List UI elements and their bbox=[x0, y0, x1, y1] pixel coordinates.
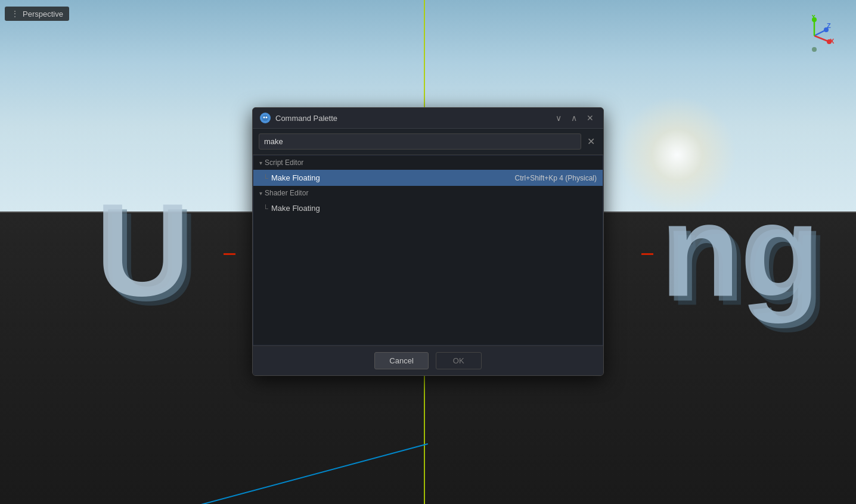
search-clear-button[interactable]: ✕ bbox=[585, 136, 597, 148]
item-label-shader-make-floating: Make Floating bbox=[271, 204, 320, 213]
close-button[interactable]: ✕ bbox=[584, 113, 596, 123]
titlebar-left: Command Palette bbox=[260, 113, 337, 123]
command-palette-dialog: Command Palette ∨ ∧ ✕ ✕ ▾ Script Editor bbox=[252, 107, 604, 376]
cancel-button[interactable]: Cancel bbox=[374, 352, 428, 369]
titlebar-controls: ∨ ∧ ✕ bbox=[553, 113, 596, 123]
dialog-footer: Cancel OK bbox=[253, 346, 603, 375]
category-shader-editor: ▾ Shader Editor bbox=[253, 186, 603, 200]
svg-point-11 bbox=[263, 117, 265, 119]
dialog-titlebar: Command Palette ∨ ∧ ✕ bbox=[253, 108, 603, 129]
3d-viewport[interactable]: U ng ⋮ Perspective Y Z X bbox=[0, 0, 856, 504]
category-arrow-script: ▾ bbox=[259, 160, 262, 166]
maximize-button[interactable]: ∧ bbox=[569, 113, 579, 123]
search-input[interactable] bbox=[259, 133, 581, 150]
item-label-script-make-floating: Make Floating bbox=[271, 173, 320, 182]
ok-button[interactable]: OK bbox=[436, 352, 482, 369]
search-row: ✕ bbox=[253, 129, 603, 155]
command-list[interactable]: ▾ Script Editor Make Floating Ctrl+Shift… bbox=[253, 155, 603, 346]
minimize-button[interactable]: ∨ bbox=[553, 113, 564, 123]
godot-icon bbox=[260, 113, 271, 123]
item-shortcut-script-make-floating: Ctrl+Shift+Kp 4 (Physical) bbox=[515, 174, 597, 182]
dialog-overlay: Command Palette ∨ ∧ ✕ ✕ ▾ Script Editor bbox=[0, 0, 856, 504]
category-label-script: Script Editor bbox=[265, 158, 303, 167]
category-arrow-shader: ▾ bbox=[259, 190, 262, 197]
dialog-title: Command Palette bbox=[275, 114, 337, 123]
category-script-editor: ▾ Script Editor bbox=[253, 155, 603, 170]
svg-point-10 bbox=[262, 114, 269, 122]
list-item-shader-make-floating[interactable]: Make Floating bbox=[253, 200, 603, 216]
list-item-script-make-floating[interactable]: Make Floating Ctrl+Shift+Kp 4 (Physical) bbox=[253, 170, 603, 186]
svg-point-12 bbox=[266, 117, 268, 119]
category-label-shader: Shader Editor bbox=[265, 189, 308, 197]
